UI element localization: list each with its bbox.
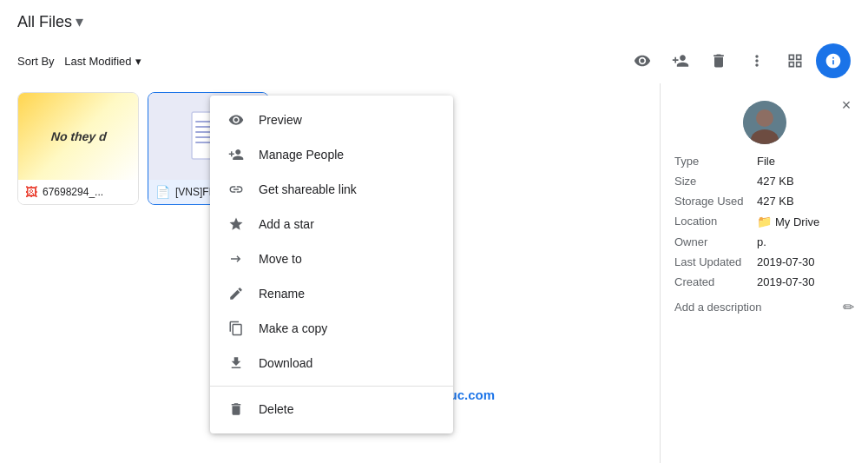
info-row-updated: Last Updated 2019-07-30 xyxy=(674,255,854,268)
menu-item-make-copy[interactable]: Make a copy xyxy=(210,311,453,346)
info-table: Type File Size 427 KB Storage Used 427 K… xyxy=(674,155,854,288)
menu-label-download: Download xyxy=(259,356,312,370)
info-value-location[interactable]: 📁 My Drive xyxy=(757,215,854,228)
add-description-label: Add a description xyxy=(674,301,761,314)
menu-label-preview: Preview xyxy=(259,113,302,127)
all-files-label[interactable]: All Files xyxy=(17,13,72,31)
info-row-owner: Owner p. xyxy=(674,235,854,248)
thumb-text-1: No they d xyxy=(50,129,107,143)
file-thumbnail-1: No they d xyxy=(18,93,139,180)
menu-item-preview[interactable]: Preview xyxy=(210,103,453,137)
info-row-storage: Storage Used 427 KB xyxy=(674,195,854,208)
make-copy-menu-icon xyxy=(227,320,245,337)
info-label-location: Location xyxy=(674,215,757,228)
menu-item-shareable-link[interactable]: Get shareable link xyxy=(210,172,453,207)
info-toolbar-btn[interactable] xyxy=(816,43,851,78)
sort-value[interactable]: Last Modified xyxy=(64,55,131,68)
info-value-updated: 2019-07-30 xyxy=(757,255,854,268)
file-name-1: 67698294_... xyxy=(43,186,131,198)
header: All Files ▾ xyxy=(0,0,868,38)
toolbar: Sort By Last Modified ▾ xyxy=(0,38,868,83)
folder-icon: 📁 xyxy=(757,215,772,228)
menu-label-make-copy: Make a copy xyxy=(259,321,327,335)
menu-divider xyxy=(210,386,453,387)
add-star-menu-icon xyxy=(227,215,245,233)
info-label-owner: Owner xyxy=(674,235,757,248)
menu-label-manage-people: Manage People xyxy=(259,148,344,162)
svg-rect-5 xyxy=(195,142,211,143)
menu-item-delete[interactable]: Delete xyxy=(210,392,453,427)
preview-menu-icon xyxy=(227,111,245,129)
info-label-type: Type xyxy=(674,155,757,168)
manage-people-menu-icon xyxy=(227,146,245,163)
menu-label-delete: Delete xyxy=(259,402,293,416)
right-panel: × Type File Size 427 KB Stora xyxy=(660,83,868,463)
menu-label-shareable-link: Get shareable link xyxy=(259,182,357,196)
move-to-menu-icon xyxy=(227,250,245,268)
panel-close-btn[interactable]: × xyxy=(833,92,859,118)
info-value-size: 427 KB xyxy=(757,175,854,188)
menu-label-rename: Rename xyxy=(259,287,305,301)
download-menu-icon xyxy=(227,354,245,372)
menu-label-add-star: Add a star xyxy=(259,217,314,231)
info-label-created: Created xyxy=(674,275,757,288)
header-title: All Files ▾ xyxy=(17,12,83,31)
context-menu: Preview Manage People Get shareable link… xyxy=(210,96,453,433)
info-label-updated: Last Updated xyxy=(674,255,757,268)
info-value-created: 2019-07-30 xyxy=(757,275,854,288)
menu-item-manage-people[interactable]: Manage People xyxy=(210,137,453,172)
menu-item-rename[interactable]: Rename xyxy=(210,276,453,311)
toolbar-icons xyxy=(625,43,851,78)
menu-item-move-to[interactable]: Move to xyxy=(210,241,453,276)
info-label-size: Size xyxy=(674,175,757,188)
sort-by-label: Sort By Last Modified ▾ xyxy=(17,55,141,68)
add-description-row[interactable]: Add a description ✏ xyxy=(674,299,854,315)
file-thumb-image-1: No they d xyxy=(18,93,139,180)
info-label-storage: Storage Used xyxy=(674,195,757,208)
header-chevron[interactable]: ▾ xyxy=(76,12,83,31)
info-value-owner: p. xyxy=(757,235,854,248)
file-type-icon-2: 📄 xyxy=(155,185,170,199)
preview-toolbar-btn[interactable] xyxy=(625,43,660,78)
file-type-icon-1: 🖼 xyxy=(25,185,37,199)
info-row-created: Created 2019-07-30 xyxy=(674,275,854,288)
location-text: My Drive xyxy=(775,215,819,228)
file-card-1[interactable]: No they d 🖼 67698294_... xyxy=(17,92,139,205)
svg-point-7 xyxy=(756,109,773,127)
info-row-type: Type File xyxy=(674,155,854,168)
grid-toolbar-btn[interactable] xyxy=(778,43,812,78)
shareable-link-menu-icon xyxy=(227,181,245,198)
menu-item-download[interactable]: Download xyxy=(210,346,453,380)
add-person-toolbar-btn[interactable] xyxy=(663,43,698,78)
sort-chevron[interactable]: ▾ xyxy=(135,55,141,68)
info-row-location: Location 📁 My Drive xyxy=(674,215,854,228)
more-toolbar-btn[interactable] xyxy=(740,43,774,78)
info-value-type: File xyxy=(757,155,854,168)
file-card-footer-1: 🖼 67698294_... xyxy=(18,180,138,204)
info-row-size: Size 427 KB xyxy=(674,175,854,188)
delete-menu-icon xyxy=(227,400,245,418)
info-value-storage: 427 KB xyxy=(757,195,854,208)
panel-avatar-container xyxy=(674,101,854,144)
menu-item-add-star[interactable]: Add a star xyxy=(210,207,453,241)
rename-menu-icon xyxy=(227,285,245,302)
delete-toolbar-btn[interactable] xyxy=(701,43,736,78)
sort-label: Sort By xyxy=(17,55,55,68)
menu-label-move-to: Move to xyxy=(259,252,302,266)
edit-description-icon[interactable]: ✏ xyxy=(843,299,854,315)
panel-avatar xyxy=(743,101,786,144)
